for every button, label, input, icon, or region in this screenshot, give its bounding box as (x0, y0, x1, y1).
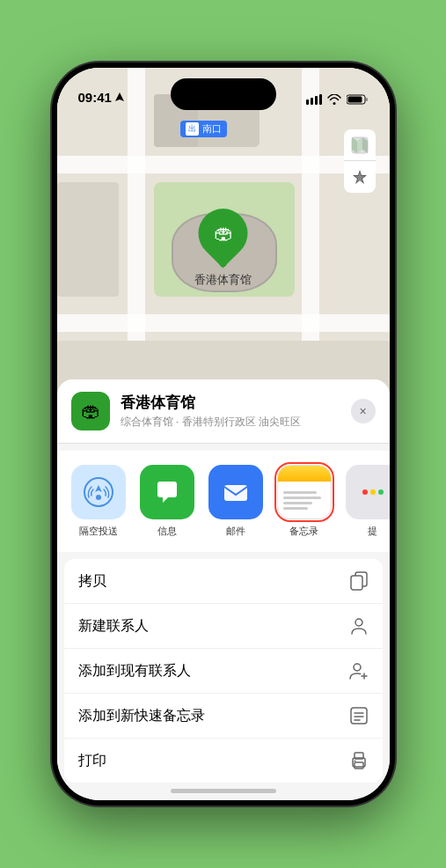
action-quick-note[interactable]: 添加到新快速备忘录 (64, 694, 383, 739)
venue-icon: 🏟 (71, 392, 110, 430)
svg-rect-1 (311, 98, 313, 105)
stadium-pin: 🏟 香港体育馆 (194, 209, 252, 288)
messages-icon (150, 475, 184, 509)
close-button[interactable]: × (351, 399, 376, 423)
mail-icon-wrap (208, 465, 263, 519)
map-controls[interactable] (344, 129, 376, 193)
venue-subtitle: 综合体育馆 · 香港特别行政区 油尖旺区 (121, 415, 340, 430)
messages-label: 信息 (157, 525, 177, 538)
home-indicator (171, 789, 276, 793)
action-list: 拷贝 新建联系人 添加到现有联系人 (64, 559, 383, 783)
map-type-button[interactable] (344, 129, 376, 161)
venue-name: 香港体育馆 (121, 393, 340, 413)
notes-icon (277, 465, 332, 519)
print-icon (349, 751, 369, 770)
svg-rect-2 (315, 96, 318, 105)
messages-icon-wrap (140, 465, 194, 519)
new-contact-label: 新建联系人 (78, 617, 149, 636)
location-icon (353, 170, 367, 184)
mail-icon (219, 475, 252, 509)
person-add-icon (349, 661, 369, 680)
share-item-notes[interactable]: 备忘录 (277, 465, 332, 538)
share-item-airdrop[interactable]: 隔空投送 (71, 465, 126, 538)
svg-rect-3 (319, 94, 322, 105)
svg-point-30 (354, 761, 355, 762)
map-label: 出 南口 (180, 121, 227, 137)
wifi-icon (327, 94, 341, 105)
venue-card: 🏟 香港体育馆 综合体育馆 · 香港特别行政区 油尖旺区 × (57, 379, 390, 443)
location-arrow-icon (115, 92, 124, 103)
svg-point-12 (96, 495, 101, 500)
share-item-mail[interactable]: 邮件 (208, 465, 263, 538)
copy-label: 拷贝 (78, 572, 106, 591)
venue-info: 香港体育馆 综合体育馆 · 香港特别行政区 油尖旺区 (121, 393, 340, 430)
location-button[interactable] (344, 161, 376, 193)
svg-rect-29 (355, 762, 363, 769)
divider (57, 443, 390, 444)
phone-frame: 09:41 (52, 63, 395, 805)
mail-label: 邮件 (226, 525, 245, 538)
svg-rect-5 (366, 98, 368, 101)
svg-point-19 (354, 664, 361, 671)
signal-icon (306, 94, 322, 105)
copy-icon (349, 571, 369, 591)
person-icon (349, 616, 369, 636)
svg-rect-15 (224, 485, 247, 501)
battery-icon (347, 94, 369, 105)
share-row: 隔空投送 信息 (57, 451, 390, 552)
phone-screen: 09:41 (57, 68, 390, 800)
notes-label: 备忘录 (289, 525, 318, 538)
more-label: 提 (368, 525, 377, 538)
more-dots (362, 489, 384, 495)
airdrop-label: 隔空投送 (79, 525, 118, 538)
action-print[interactable]: 打印 (64, 739, 383, 783)
pin-label: 香港体育馆 (194, 272, 252, 288)
svg-rect-0 (306, 99, 309, 105)
svg-point-18 (355, 619, 362, 626)
status-icons (306, 94, 369, 105)
svg-rect-17 (351, 576, 362, 590)
share-item-messages[interactable]: 信息 (140, 465, 194, 538)
svg-rect-6 (347, 97, 362, 103)
map-icon (351, 136, 369, 154)
pin-marker: 🏟 (188, 198, 258, 268)
action-add-contact[interactable]: 添加到现有联系人 (64, 649, 383, 694)
quick-note-label: 添加到新快速备忘录 (78, 707, 205, 725)
action-copy[interactable]: 拷贝 (64, 559, 383, 604)
add-contact-label: 添加到现有联系人 (78, 662, 191, 680)
share-item-more[interactable]: 提 (346, 465, 390, 538)
airdrop-icon (71, 465, 126, 519)
action-new-contact[interactable]: 新建联系人 (64, 604, 383, 649)
more-icon-wrap (346, 465, 390, 519)
status-time: 09:41 (78, 90, 124, 105)
svg-rect-23 (351, 708, 367, 724)
dynamic-island (171, 78, 276, 110)
note-icon (349, 706, 369, 725)
bottom-sheet: 🏟 香港体育馆 综合体育馆 · 香港特别行政区 油尖旺区 × (57, 379, 390, 800)
print-label: 打印 (78, 752, 106, 770)
